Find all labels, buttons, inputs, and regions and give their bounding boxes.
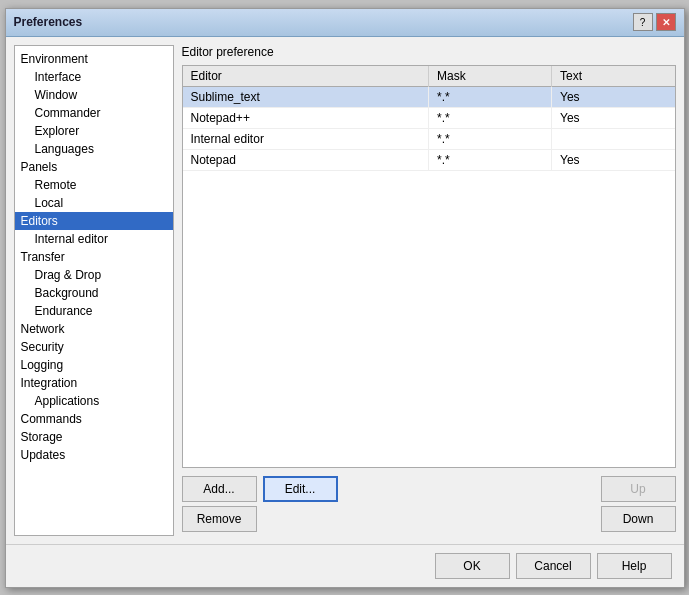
sidebar-item-endurance[interactable]: Endurance: [15, 302, 173, 320]
help-title-button[interactable]: ?: [633, 13, 653, 31]
table-row[interactable]: Notepad++*.*Yes: [183, 107, 675, 128]
sidebar-item-panels[interactable]: Panels: [15, 158, 173, 176]
sidebar-item-storage[interactable]: Storage: [15, 428, 173, 446]
sidebar: EnvironmentInterfaceWindowCommanderExplo…: [14, 45, 174, 536]
cell-editor: Notepad: [183, 149, 429, 170]
cell-mask: *.*: [429, 149, 552, 170]
col-header-text: Text: [552, 66, 675, 87]
add-button[interactable]: Add...: [182, 476, 257, 502]
cell-text: Yes: [552, 149, 675, 170]
sidebar-item-security[interactable]: Security: [15, 338, 173, 356]
down-button[interactable]: Down: [601, 506, 676, 532]
sidebar-item-updates[interactable]: Updates: [15, 446, 173, 464]
action-buttons-row1: Add... Edit... Up: [182, 476, 676, 502]
ok-button[interactable]: OK: [435, 553, 510, 579]
sidebar-item-commander[interactable]: Commander: [15, 104, 173, 122]
dialog-body: EnvironmentInterfaceWindowCommanderExplo…: [6, 37, 684, 544]
col-header-editor: Editor: [183, 66, 429, 87]
sidebar-item-applications[interactable]: Applications: [15, 392, 173, 410]
sidebar-item-interface[interactable]: Interface: [15, 68, 173, 86]
cell-mask: *.*: [429, 128, 552, 149]
remove-button[interactable]: Remove: [182, 506, 257, 532]
close-button[interactable]: ✕: [656, 13, 676, 31]
dialog-footer: OK Cancel Help: [6, 544, 684, 587]
cell-mask: *.*: [429, 107, 552, 128]
sidebar-item-network[interactable]: Network: [15, 320, 173, 338]
main-content: Editor preference Editor Mask Text Subli…: [182, 45, 676, 536]
action-buttons-row2: Remove Down: [182, 506, 676, 532]
table-row[interactable]: Notepad*.*Yes: [183, 149, 675, 170]
sidebar-item-drag-drop[interactable]: Drag & Drop: [15, 266, 173, 284]
up-button[interactable]: Up: [601, 476, 676, 502]
sidebar-item-logging[interactable]: Logging: [15, 356, 173, 374]
cancel-button[interactable]: Cancel: [516, 553, 591, 579]
title-bar-buttons: ? ✕: [633, 13, 676, 31]
editor-table: Editor Mask Text Sublime_text*.*YesNotep…: [183, 66, 675, 171]
cell-text: Yes: [552, 107, 675, 128]
right-buttons2: Down: [601, 506, 676, 532]
sidebar-item-transfer[interactable]: Transfer: [15, 248, 173, 266]
help-button[interactable]: Help: [597, 553, 672, 579]
table-row[interactable]: Internal editor*.*: [183, 128, 675, 149]
cell-text: Yes: [552, 86, 675, 107]
sidebar-item-editors[interactable]: Editors: [15, 212, 173, 230]
table-header-row: Editor Mask Text: [183, 66, 675, 87]
editor-table-container: Editor Mask Text Sublime_text*.*YesNotep…: [182, 65, 676, 468]
cell-editor: Sublime_text: [183, 86, 429, 107]
dialog-title: Preferences: [14, 15, 83, 29]
col-header-mask: Mask: [429, 66, 552, 87]
sidebar-item-environment[interactable]: Environment: [15, 50, 173, 68]
preferences-dialog: Preferences ? ✕ EnvironmentInterfaceWind…: [5, 8, 685, 588]
edit-button[interactable]: Edit...: [263, 476, 338, 502]
table-row[interactable]: Sublime_text*.*Yes: [183, 86, 675, 107]
sidebar-item-commands[interactable]: Commands: [15, 410, 173, 428]
cell-editor: Internal editor: [183, 128, 429, 149]
title-bar: Preferences ? ✕: [6, 9, 684, 37]
sidebar-item-window[interactable]: Window: [15, 86, 173, 104]
right-buttons: Up: [601, 476, 676, 502]
cell-mask: *.*: [429, 86, 552, 107]
sidebar-item-local[interactable]: Local: [15, 194, 173, 212]
cell-text: [552, 128, 675, 149]
sidebar-item-remote[interactable]: Remote: [15, 176, 173, 194]
cell-editor: Notepad++: [183, 107, 429, 128]
sidebar-item-internal-editor[interactable]: Internal editor: [15, 230, 173, 248]
sidebar-item-integration[interactable]: Integration: [15, 374, 173, 392]
sidebar-item-languages[interactable]: Languages: [15, 140, 173, 158]
section-title: Editor preference: [182, 45, 676, 59]
sidebar-item-explorer[interactable]: Explorer: [15, 122, 173, 140]
table-body: Sublime_text*.*YesNotepad++*.*YesInterna…: [183, 86, 675, 170]
sidebar-item-background[interactable]: Background: [15, 284, 173, 302]
